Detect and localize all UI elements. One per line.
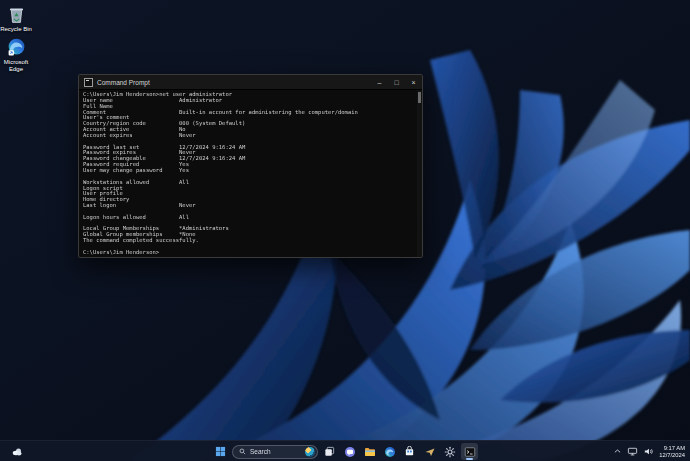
recycle-bin-icon: [6, 4, 27, 25]
start-button[interactable]: [212, 443, 229, 460]
search-highlight-image: [305, 447, 315, 457]
task-view-button[interactable]: [321, 443, 338, 460]
edge-button[interactable]: [381, 443, 398, 460]
close-button[interactable]: ×: [405, 75, 422, 90]
taskbar-center: Search: [212, 441, 478, 461]
desktop-icon-recycle-bin[interactable]: Recycle Bin: [0, 4, 36, 33]
search-icon: [239, 448, 246, 455]
desktop-icon-label: Recycle Bin: [0, 26, 36, 33]
command-prompt-window: Command Prompt – □ × C:\Users\Jim Hender…: [78, 74, 423, 258]
edge-icon: [384, 446, 396, 458]
gear-icon: [444, 446, 456, 458]
widgets-weather-icon[interactable]: [8, 443, 25, 460]
file-explorer-button[interactable]: [361, 443, 378, 460]
desktop-icon-label: Microsoft Edge: [0, 59, 36, 72]
command-prompt-taskbar-button[interactable]: [461, 443, 478, 460]
chat-button[interactable]: [341, 443, 358, 460]
window-titlebar[interactable]: Command Prompt – □ ×: [79, 75, 422, 90]
paper-plane-button[interactable]: [421, 443, 438, 460]
search-box[interactable]: Search: [232, 445, 318, 459]
search-placeholder: Search: [250, 448, 301, 455]
command-prompt-icon: [84, 78, 93, 87]
file-explorer-icon: [364, 446, 376, 458]
desktop: Recycle Bin Microsoft Edge Command Promp…: [0, 0, 690, 461]
chat-icon: [344, 446, 356, 458]
console-scrollbar[interactable]: [417, 90, 422, 257]
store-icon: [404, 446, 415, 457]
windows-logo-icon: [215, 446, 226, 457]
settings-button[interactable]: [441, 443, 458, 460]
paper-plane-icon: [424, 446, 436, 458]
console-output[interactable]: C:\Users\Jim Henderson>net user administ…: [79, 90, 417, 257]
minimize-button[interactable]: –: [371, 75, 388, 90]
tray-chevron-icon[interactable]: [613, 447, 622, 456]
store-button[interactable]: [401, 443, 418, 460]
network-icon[interactable]: [627, 446, 638, 457]
task-view-icon: [324, 446, 335, 457]
clock[interactable]: 9:17 AM 12/7/2024: [659, 445, 685, 458]
window-title: Command Prompt: [97, 79, 371, 86]
scrollbar-thumb[interactable]: [418, 92, 421, 103]
command-prompt-icon: [464, 446, 476, 458]
clock-date: 12/7/2024: [659, 452, 685, 458]
maximize-button[interactable]: □: [388, 75, 405, 90]
console-area[interactable]: C:\Users\Jim Henderson>net user administ…: [79, 90, 422, 257]
edge-icon: [6, 37, 27, 58]
taskbar: Search: [0, 440, 690, 461]
volume-icon[interactable]: [643, 446, 654, 457]
desktop-icon-microsoft-edge[interactable]: Microsoft Edge: [0, 37, 36, 72]
system-tray: 9:17 AM 12/7/2024: [613, 441, 685, 461]
clock-time: 9:17 AM: [659, 445, 685, 451]
